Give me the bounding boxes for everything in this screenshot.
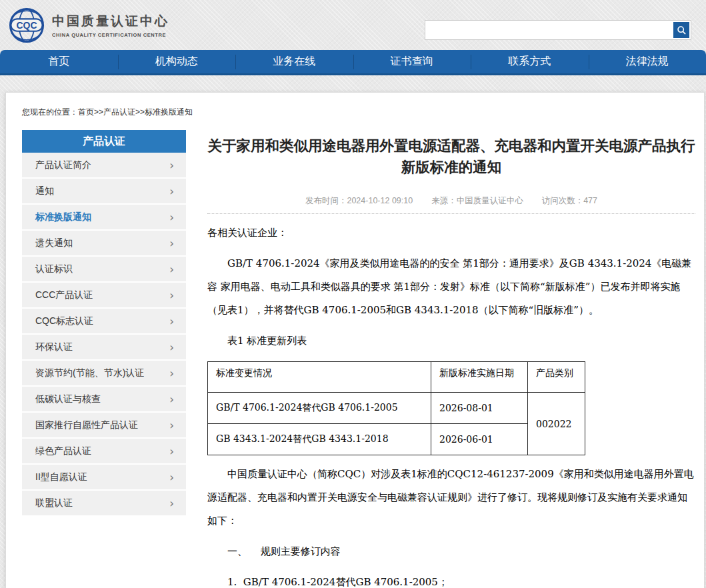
article-body: 各相关认证企业： GB/T 4706.1-2024《家用及类似用途电器的的安全 … [207,221,695,588]
logo-title-en: CHINA QUALITY CERTIFICATION CENTRE [52,32,169,38]
sidebar-item-product-cert-intro[interactable]: 产品认证简介› [22,153,186,179]
search-icon [677,25,687,35]
nav-item-online[interactable]: 业务在线 [235,50,353,73]
cell-standard-change-1: GB/T 4706.1-2024替代GB 4706.1-2005 [208,393,431,424]
sidebar: 产品认证 产品认证简介› 通知› 标准换版通知› 遗失通知› 认证标识› CCC… [22,130,186,517]
table-row: GB/T 4706.1-2024替代GB 4706.1-2005 2026-08… [208,393,585,424]
chevron-right-icon: › [169,237,174,250]
cqc-globe-icon: CQC [8,7,45,44]
search-input[interactable] [428,21,668,39]
salutation: 各相关认证企业： [207,221,695,245]
chevron-right-icon: › [169,497,174,510]
sidebar-item-standard-change-notice[interactable]: 标准换版通知› [22,205,186,231]
chevron-right-icon: › [169,367,174,380]
svg-text:CQC: CQC [16,20,37,31]
nav-item-news[interactable]: 机构动态 [118,50,236,73]
paragraph-standards-release: GB/T 4706.1-2024《家用及类似用途电器的的安全 第1部分：通用要求… [207,252,695,322]
cell-product-category: 002022 [528,393,585,455]
chevron-right-icon: › [169,393,174,406]
chevron-right-icon: › [169,159,174,172]
breadcrumb: 您现在的位置：首页>>产品认证>>标准换版通知 [22,107,193,118]
breadcrumb-link-product-cert[interactable]: 产品认证 [103,107,135,117]
search-button[interactable] [673,22,689,38]
sidebar-item-alliance-cert[interactable]: 联盟认证› [22,491,186,517]
chevron-right-icon: › [169,445,174,458]
table-caption: 表1 标准更新列表 [207,329,695,353]
standard-update-table: 标准变更情况 新版标准实施日期 产品类别 GB/T 4706.1-2024替代G… [207,361,585,455]
header-standard-change: 标准变更情况 [208,362,431,393]
logo-text: 中国质量认证中心 CHINA QUALITY CERTIFICATION CEN… [52,13,169,38]
nav-item-certificate[interactable]: 证书查询 [353,50,471,73]
chevron-right-icon: › [169,185,174,198]
sidebar-item-type2-voluntary-cert[interactable]: II型自愿认证› [22,465,186,491]
article: 关于家用和类似用途电器用外置电源适配器、充电器和内置开关电源产品执行新版标准的通… [207,135,695,588]
sidebar-item-cqc-mark-cert[interactable]: CQC标志认证› [22,309,186,335]
header-implementation-date: 新版标准实施日期 [431,362,528,393]
paragraph-rule-revision: 中国质量认证中心（简称CQC）对涉及表1标准的CQC12-461237-2009… [207,463,695,533]
cell-standard-change-2: GB 4343.1-2024替代GB 4343.1-2018 [208,424,431,455]
sidebar-item-loss-notice[interactable]: 遗失通知› [22,231,186,257]
logo-title-cn: 中国质量认证中心 [52,13,169,30]
list-item-1: 1. GB/T 4706.1-2024替代GB 4706.1-2005； [207,571,695,588]
breadcrumb-link-standard-notice[interactable]: 标准换版通知 [145,107,193,117]
chevron-right-icon: › [169,315,174,328]
chevron-right-icon: › [169,289,174,302]
sidebar-item-ccc-product-cert[interactable]: CCC产品认证› [22,283,186,309]
content-panel: 您现在的位置：首页>>产品认证>>标准换版通知 产品认证 产品认证简介› 通知›… [5,92,705,588]
sidebar-item-national-voluntary-cert[interactable]: 国家推行自愿性产品认证› [22,413,186,439]
section-heading-revision-content: 一、 规则主要修订内容 [207,540,695,563]
chevron-right-icon: › [169,341,174,354]
site-header: CQC 中国质量认证中心 CHINA QUALITY CERTIFICATION… [0,0,706,50]
table-header-row: 标准变更情况 新版标准实施日期 产品类别 [208,362,585,393]
main-nav: 首页 机构动态 业务在线 证书查询 联系方式 法律法规 [0,50,706,75]
chevron-right-icon: › [169,263,174,276]
nav-item-laws[interactable]: 法律法规 [589,50,706,73]
visit-count: 访问次数：477 [542,195,597,207]
breadcrumb-separator: >> [94,107,103,117]
sidebar-item-green-product-cert[interactable]: 绿色产品认证› [22,439,186,465]
nav-item-contact[interactable]: 联系方式 [471,50,589,73]
chevron-right-icon: › [169,211,174,224]
site-logo: CQC 中国质量认证中心 CHINA QUALITY CERTIFICATION… [8,7,169,44]
article-title: 关于家用和类似用途电器用外置电源适配器、充电器和内置开关电源产品执行新版标准的通… [207,135,695,178]
meta-divider [207,213,695,214]
breadcrumb-link-home[interactable]: 首页 [78,107,94,117]
search-box [425,20,691,40]
sidebar-item-low-carbon-cert[interactable]: 低碳认证与核查› [22,387,186,413]
sidebar-item-notice[interactable]: 通知› [22,179,186,205]
header-product-category: 产品类别 [528,362,585,393]
nav-item-home[interactable]: 首页 [0,50,118,73]
breadcrumb-prefix: 您现在的位置： [22,107,78,117]
chevron-right-icon: › [169,471,174,484]
cell-date-1: 2026-08-01 [431,393,528,424]
article-meta: 发布时间：2024-10-12 09:10 来源：中国质量认证中心 访问次数：4… [207,195,695,207]
cell-date-2: 2026-06-01 [431,424,528,455]
publish-time: 发布时间：2024-10-12 09:10 [305,195,413,207]
sidebar-item-resource-saving-cert[interactable]: 资源节约(节能、节水)认证› [22,361,186,387]
sidebar-item-environment-cert[interactable]: 环保认证› [22,335,186,361]
breadcrumb-separator: >> [135,107,145,117]
sidebar-item-cert-mark[interactable]: 认证标识› [22,257,186,283]
sidebar-title: 产品认证 [22,130,186,153]
article-source: 来源：中国质量认证中心 [431,195,523,207]
chevron-right-icon: › [169,419,174,432]
